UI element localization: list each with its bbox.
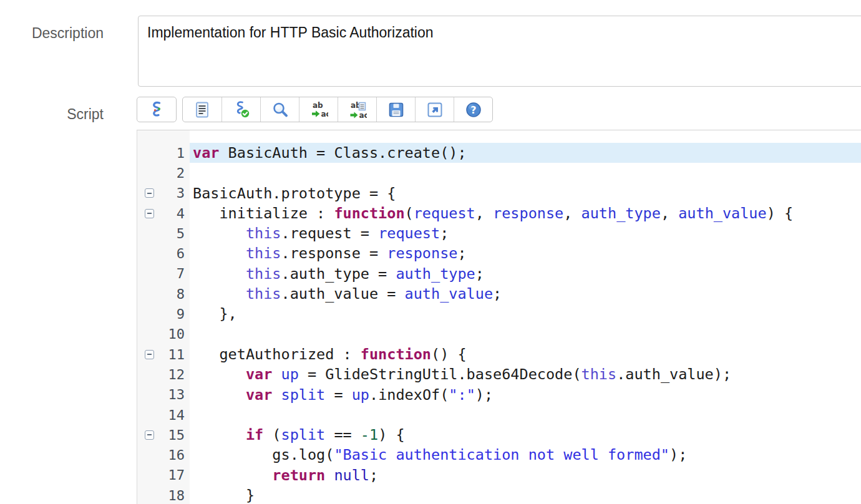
code-fold-marker[interactable]: [145, 350, 154, 359]
code-line[interactable]: this.auth_value = auth_value;: [190, 284, 861, 304]
save-icon: [387, 100, 406, 119]
code-token-plain: ;: [493, 285, 502, 303]
code-token-variable: request: [414, 205, 475, 222]
code-token-this: this: [246, 285, 281, 303]
svg-text:?: ?: [470, 104, 476, 115]
replace-all-button[interactable]: abac: [338, 97, 376, 122]
help-button[interactable]: ?: [454, 97, 492, 122]
code-token-variable: auth_type: [396, 265, 475, 283]
code-line[interactable]: this.request = request;: [190, 223, 861, 243]
code-token-plain: ,: [475, 205, 493, 222]
replace-all-icon: abac: [348, 100, 367, 119]
toolbar-button-group: abacabac?: [182, 97, 493, 122]
line-number: 14: [158, 407, 190, 423]
code-token-plain: BasicAuth = Class.create();: [219, 144, 466, 162]
code-token-plain: [193, 366, 246, 383]
code-token-plain: );: [475, 386, 493, 404]
code-line[interactable]: [190, 405, 861, 425]
code-line[interactable]: this.response = response;: [190, 243, 861, 263]
code-token-plain: [325, 467, 334, 484]
code-token-plain: ==: [325, 426, 361, 443]
code-token-plain: [272, 386, 281, 404]
code-token-plain: ;: [440, 225, 449, 242]
save-button[interactable]: [376, 97, 415, 122]
code-token-plain: },: [193, 305, 237, 322]
line-number: 3: [158, 185, 190, 201]
replace-button[interactable]: abac: [299, 97, 338, 122]
code-token-this: this: [246, 245, 281, 262]
code-token-plain: ;: [475, 265, 484, 283]
code-line[interactable]: }: [190, 485, 861, 504]
code-fold-marker[interactable]: [145, 188, 154, 198]
code-token-variable: response: [493, 205, 563, 222]
line-number: 13: [158, 387, 190, 402]
format-code-button[interactable]: [183, 97, 221, 122]
gutter-row: 17: [137, 465, 190, 485]
code-token-string: ":": [449, 386, 475, 404]
code-line[interactable]: if (split == -1) {: [190, 425, 861, 445]
code-token-plain: .request =: [281, 225, 378, 242]
editor-code-area[interactable]: var BasicAuth = Class.create(); BasicAut…: [190, 130, 861, 504]
script-editor[interactable]: 123456789101112131415161718 var BasicAut…: [137, 130, 861, 504]
code-token-variable: auth_value: [678, 205, 766, 222]
script-check-icon: [232, 100, 251, 119]
code-token-plain: ;: [457, 245, 466, 262]
fullscreen-popout-button[interactable]: [415, 97, 454, 122]
code-token-variable: split: [281, 426, 325, 443]
code-token-plain: .auth_value =: [281, 285, 404, 303]
popout-icon: [426, 100, 444, 119]
code-token-plain: =: [325, 386, 351, 404]
code-line[interactable]: var BasicAuth = Class.create();: [190, 143, 861, 163]
code-line[interactable]: getAuthorized : function() {: [190, 344, 861, 364]
code-line[interactable]: [190, 163, 861, 183]
gutter-row: 12: [137, 364, 190, 384]
code-token-this: this: [246, 265, 281, 283]
code-token-variable: split: [281, 386, 326, 404]
code-token-plain: );: [669, 446, 687, 463]
gutter-row: 2: [137, 163, 190, 183]
code-token-plain: [193, 225, 246, 242]
code-line[interactable]: gs.log("Basic authentication not well fo…: [190, 445, 861, 465]
line-number: 9: [158, 306, 190, 322]
syntax-editor-toggle-button[interactable]: [137, 97, 175, 122]
line-number: 15: [158, 427, 190, 443]
code-token-plain: gs.log(: [193, 446, 334, 463]
code-token-number: -1: [361, 426, 378, 443]
code-line[interactable]: this.auth_type = auth_type;: [190, 264, 861, 284]
code-token-atom: null: [334, 467, 369, 484]
code-fold-marker[interactable]: [145, 209, 154, 218]
format-document-icon: [193, 100, 212, 119]
check-syntax-button[interactable]: [221, 97, 260, 122]
code-token-keyword: var: [193, 144, 219, 162]
code-line[interactable]: initialize : function(request, response,…: [190, 203, 861, 223]
description-input[interactable]: Implementation for HTTP Basic Authorizat…: [138, 16, 861, 87]
search-button[interactable]: [260, 97, 299, 122]
gutter-row: 7: [137, 264, 190, 284]
code-line[interactable]: },: [190, 304, 861, 324]
gutter-row: 4: [137, 203, 190, 223]
code-token-plain: BasicAuth.prototype = {: [193, 185, 396, 202]
code-line[interactable]: var up = GlideStringUtil.base64Decode(th…: [190, 364, 861, 384]
line-number: 11: [158, 347, 190, 362]
line-number: 17: [158, 467, 190, 483]
code-token-this: this: [581, 366, 617, 383]
code-token-plain: }: [193, 487, 255, 504]
code-token-plain: ,: [661, 205, 678, 222]
line-number: 10: [158, 326, 190, 342]
code-line[interactable]: BasicAuth.prototype = {: [190, 183, 861, 203]
code-token-plain: = GlideStringUtil.base64Decode(: [299, 366, 581, 383]
line-number: 5: [158, 226, 190, 241]
code-token-plain: (: [263, 426, 281, 443]
line-number: 16: [158, 447, 190, 463]
code-token-plain: [193, 467, 272, 484]
gutter-row: 10: [137, 324, 190, 344]
code-fold-marker[interactable]: [145, 430, 154, 440]
code-line[interactable]: var split = up.indexOf(":");: [190, 385, 861, 405]
code-token-keyword: return: [272, 467, 325, 484]
code-token-plain: [193, 285, 246, 303]
code-token-plain: .auth_type =: [281, 265, 396, 283]
code-token-keyword: var: [246, 366, 272, 383]
code-line[interactable]: [190, 324, 861, 344]
line-number: 4: [158, 206, 190, 221]
code-line[interactable]: return null;: [190, 465, 861, 485]
